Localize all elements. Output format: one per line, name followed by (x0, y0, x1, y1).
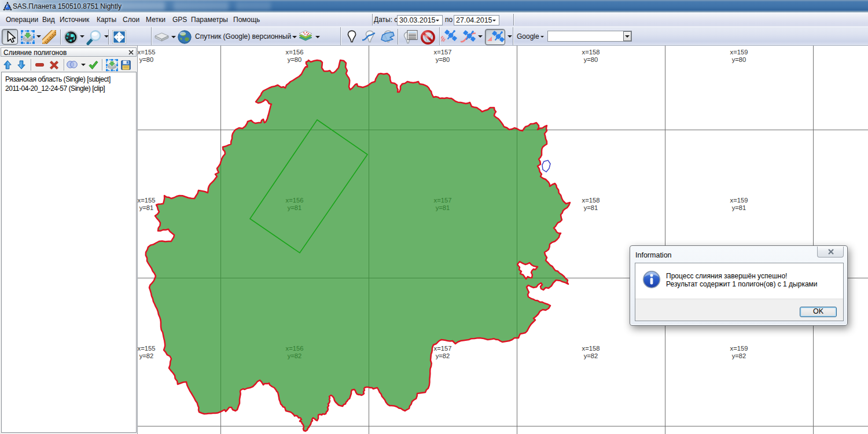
svg-text:x=156: x=156 (286, 49, 304, 56)
svg-text:y=80: y=80 (288, 56, 302, 63)
svg-text:x=159: x=159 (730, 345, 748, 352)
svg-text:y=81: y=81 (139, 204, 154, 211)
svg-text:y=80: y=80 (584, 56, 598, 63)
svg-text:x=157: x=157 (434, 345, 452, 352)
svg-text:y=82: y=82 (584, 352, 598, 359)
svg-text:y=81: y=81 (732, 204, 746, 211)
svg-text:x=159: x=159 (730, 49, 748, 56)
svg-text:y=80: y=80 (732, 56, 746, 63)
svg-text:x=158: x=158 (582, 197, 600, 204)
svg-text:x=155: x=155 (138, 49, 156, 56)
svg-text:y=82: y=82 (436, 352, 450, 359)
svg-text:y=82: y=82 (732, 352, 746, 359)
svg-text:x=155: x=155 (138, 345, 156, 352)
svg-text:x=159: x=159 (730, 197, 748, 204)
svg-text:x=158: x=158 (582, 49, 600, 56)
svg-text:x=155: x=155 (138, 197, 156, 204)
svg-text:x=157: x=157 (434, 49, 452, 56)
svg-text:x=158: x=158 (582, 345, 600, 352)
svg-text:y=80: y=80 (139, 56, 154, 63)
svg-text:y=81: y=81 (584, 204, 598, 211)
svg-text:y=80: y=80 (436, 56, 450, 63)
svg-text:y=82: y=82 (139, 352, 154, 359)
